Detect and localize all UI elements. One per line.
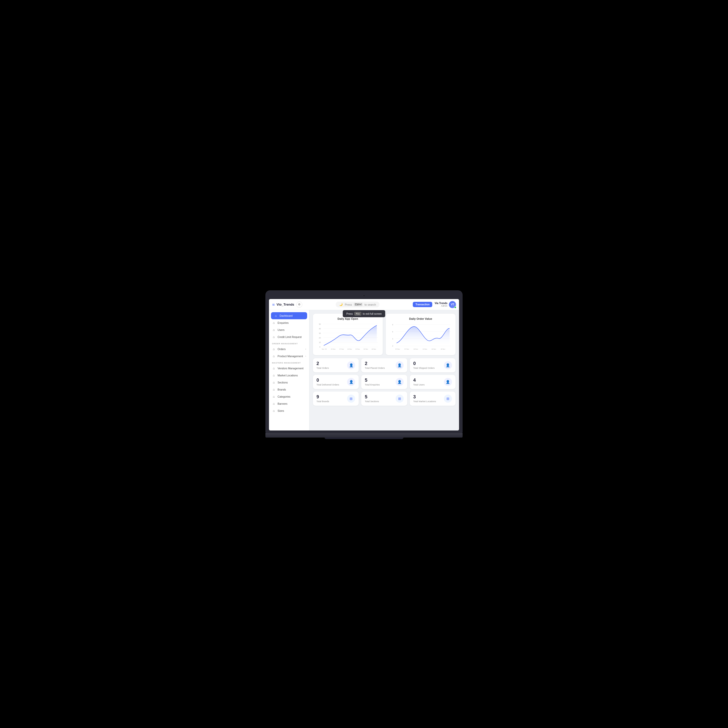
top-bar-right: Transaction Via Trends Admin VT xyxy=(413,301,456,308)
svg-text:50: 50 xyxy=(319,323,321,325)
search-suffix: to search xyxy=(364,303,376,306)
stats-row-3: 9 Total Brands ⊞ 5 Total Secti xyxy=(313,392,456,406)
stat-enquiries: 5 Total Enquiries 👤 xyxy=(361,375,407,389)
daily-order-value-card: Daily Order Value 8 6 4 2 xyxy=(386,314,456,355)
grid-icon-2: ⊞ xyxy=(398,397,401,401)
svg-text:07 Nov: 07 Nov xyxy=(340,348,344,350)
svg-text:04 Nov: 04 Nov xyxy=(331,348,335,350)
stat-label-placed-orders: Total Placed Orders xyxy=(365,367,385,369)
svg-text:07 Nov: 07 Nov xyxy=(404,348,409,350)
grid-icon-3: ⊞ xyxy=(447,397,450,401)
user-name-area: Via Trends Admin xyxy=(435,302,447,307)
sidebar-item-dashboard[interactable]: ⌂ Dashboard xyxy=(271,312,307,319)
stat-label-sections: Total Sections xyxy=(365,400,379,403)
home-icon-3: ⌂ xyxy=(272,328,275,332)
sidebar-item-credit[interactable]: ⌂ Credit Limit Request xyxy=(269,333,309,341)
sidebar-label-orders: Orders xyxy=(278,347,303,350)
stat-info-shipped-orders: 0 Total Shipped Orders xyxy=(413,361,435,369)
sidebar-item-enquiries[interactable]: ⌂ Enquiries xyxy=(269,319,309,326)
sidebar: ⌂ Dashboard ⌂ Enquiries ⌂ Users ⌂ xyxy=(269,310,309,430)
sidebar-label-credit: Credit Limit Request xyxy=(278,335,306,338)
laptop-screen: ≋ Vio_Trends ⚙ 🌙 Press Ctrl+/ to search … xyxy=(269,299,459,430)
stat-delivered-orders: 0 Total Delivered Orders 👤 xyxy=(313,375,359,389)
home-icon-5: ⌂ xyxy=(272,347,275,351)
svg-text:0: 0 xyxy=(319,346,320,348)
sidebar-item-categories[interactable]: ⌂ Categories xyxy=(269,393,309,400)
stat-icon-sections: ⊞ xyxy=(396,395,404,403)
home-icon: ⌂ xyxy=(274,314,278,318)
stat-info-delivered-orders: 0 Total Delivered Orders xyxy=(317,378,339,386)
user-icon-4: 👤 xyxy=(349,380,353,384)
search-bar[interactable]: 🌙 Press Ctrl+/ to search xyxy=(336,301,379,307)
stat-value-sections: 5 xyxy=(365,395,379,399)
svg-text:19 Nov: 19 Nov xyxy=(371,348,376,350)
stat-sections: 5 Total Sections ⊞ xyxy=(361,392,407,406)
stat-value-users: 4 xyxy=(413,378,425,382)
stat-label-shipped-orders: Total Shipped Orders xyxy=(413,367,435,369)
top-bar-left: ≋ Vio_Trends ⚙ xyxy=(272,301,302,307)
stat-icon-shipped-orders: 👤 xyxy=(444,361,452,369)
sidebar-item-market-locations[interactable]: ⌂ Market Locations xyxy=(269,372,309,379)
sidebar-label-sizes: Sizes xyxy=(278,409,306,412)
tooltip-suffix: to exit full screen xyxy=(363,312,382,315)
sidebar-item-users[interactable]: ⌂ Users xyxy=(269,326,309,333)
home-icon-8: ⌂ xyxy=(272,373,275,377)
camera-dot xyxy=(363,295,365,297)
search-kbd: Ctrl+/ xyxy=(354,303,362,306)
svg-text:10 Nov: 10 Nov xyxy=(347,348,352,350)
stat-icon-delivered-orders: 👤 xyxy=(347,378,355,386)
sidebar-item-sections[interactable]: ⌂ Sections xyxy=(269,379,309,386)
chart-title-order-value: Daily Order Value xyxy=(389,317,452,320)
stat-label-users: Total Users xyxy=(413,384,425,386)
sidebar-label-market-locations: Market Locations xyxy=(278,374,306,377)
daily-app-open-card: Daily App Open 50 40 30 20 10 0 xyxy=(313,314,383,355)
home-icon-2: ⌂ xyxy=(272,321,275,324)
home-icon-7: ⌂ xyxy=(272,367,275,370)
stats-row-2: 0 Total Delivered Orders 👤 5 xyxy=(313,375,456,389)
home-icon-4: ⌂ xyxy=(272,335,275,339)
stat-value-total-orders: 2 xyxy=(317,361,329,366)
user-name: Via Trends xyxy=(435,302,447,304)
stat-info-market-locations: 3 Total Market Locations xyxy=(413,395,436,403)
user-icon-5: 👤 xyxy=(398,380,402,384)
svg-text:Nov '23: Nov '23 xyxy=(322,348,327,350)
sidebar-label-categories: Categories xyxy=(278,395,306,398)
home-icon-12: ⌂ xyxy=(272,402,275,405)
stats-row-1: 2 Total Orders 👤 2 Total Plac xyxy=(313,358,456,372)
theme-toggle-button[interactable]: ⚙ xyxy=(296,301,302,307)
sidebar-item-product-mgmt[interactable]: ⌂ Product Management › xyxy=(269,353,309,360)
svg-text:13 Nov: 13 Nov xyxy=(355,348,360,350)
stat-brands: 9 Total Brands ⊞ xyxy=(313,392,359,406)
svg-text:04 Nov: 04 Nov xyxy=(395,348,400,350)
stat-label-market-locations: Total Market Locations xyxy=(413,400,436,403)
sidebar-item-sizes[interactable]: ⌂ Sizes xyxy=(269,407,309,414)
sidebar-item-orders[interactable]: ⌂ Orders › xyxy=(269,346,309,353)
user-icon-6: 👤 xyxy=(446,380,450,384)
svg-text:16 Nov: 16 Nov xyxy=(431,348,436,350)
stat-shipped-orders: 0 Total Shipped Orders 👤 xyxy=(410,358,456,372)
svg-text:2: 2 xyxy=(392,345,393,347)
stat-info-enquiries: 5 Total Enquiries xyxy=(365,378,380,386)
home-icon-11: ⌂ xyxy=(272,395,275,398)
stat-value-delivered-orders: 0 xyxy=(317,378,339,382)
sidebar-item-banners[interactable]: ⌂ Banners xyxy=(269,400,309,407)
transaction-button[interactable]: Transaction xyxy=(413,302,432,307)
sidebar-item-vendors[interactable]: ⌂ Vendors Management xyxy=(269,365,309,372)
main-content: ⌂ Dashboard ⌂ Enquiries ⌂ Users ⌂ xyxy=(269,310,459,430)
chart-title-app-open: Daily App Open xyxy=(317,317,379,320)
svg-text:30: 30 xyxy=(319,332,321,334)
user-icon-3: 👤 xyxy=(446,363,450,367)
order-management-header: ORDER MANAGEMENT xyxy=(269,341,309,346)
f11-badge: F11 xyxy=(355,312,361,315)
stat-icon-brands: ⊞ xyxy=(347,395,355,403)
stat-icon-total-orders: 👤 xyxy=(347,361,355,369)
moon-icon: 🌙 xyxy=(339,303,343,306)
stat-label-total-orders: Total Orders xyxy=(317,367,329,369)
online-badge xyxy=(454,306,456,308)
sidebar-item-brands[interactable]: ⌂ Brands xyxy=(269,386,309,393)
stat-info-placed-orders: 2 Total Placed Orders xyxy=(365,361,385,369)
stat-value-brands: 9 xyxy=(317,395,329,399)
avatar[interactable]: VT xyxy=(449,301,456,308)
stat-icon-market-locations: ⊞ xyxy=(444,395,452,403)
stat-icon-users: 👤 xyxy=(444,378,452,386)
